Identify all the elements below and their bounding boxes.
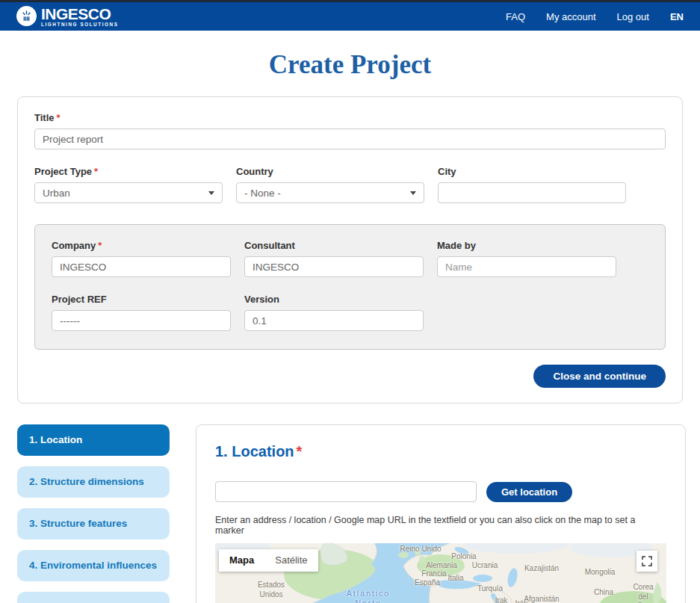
country-label: Country	[236, 166, 424, 177]
fullscreen-button[interactable]	[636, 551, 657, 572]
fullscreen-icon	[642, 556, 652, 566]
navbar-link-my-account[interactable]: My account	[546, 11, 595, 22]
navbar-link-faq[interactable]: FAQ	[506, 11, 525, 22]
get-location-button[interactable]: Get location	[486, 482, 572, 502]
version-label: Version	[244, 294, 424, 305]
city-input[interactable]	[438, 182, 626, 203]
required-asterisk: *	[94, 166, 98, 177]
made-by-label: Made by	[437, 240, 616, 251]
sidebar-step-2[interactable]: 2. Structure dimensions	[17, 466, 170, 498]
sidebar-step-3[interactable]: 3. Structure features	[17, 508, 170, 539]
top-navbar: INGESCO LIGHTNING SOLUTIONS FAQMy accoun…	[0, 0, 700, 31]
navbar-links: FAQMy accountLog outEN	[506, 11, 684, 22]
ingesco-logo-icon	[16, 6, 37, 26]
brand-tagline: LIGHTNING SOLUTIONS	[41, 22, 119, 27]
location-heading: 1. Location*	[215, 443, 666, 460]
project-form-card: Title* Project Type* Urban Country - Non…	[17, 96, 683, 403]
made-by-input[interactable]	[437, 256, 616, 277]
city-label: City	[438, 166, 626, 177]
sidebar-step-4[interactable]: 4. Enviromental influences	[17, 550, 170, 581]
close-and-continue-button[interactable]: Close and continue	[533, 365, 666, 388]
dropdown-caret-icon	[208, 191, 214, 195]
page-title: Create Project	[0, 50, 700, 80]
step-sidebar: 1. Location2. Structure dimensions3. Str…	[17, 424, 170, 603]
project-type-label: Project Type*	[34, 166, 223, 177]
map-type-control: Mapa Satélite	[219, 549, 318, 572]
title-input[interactable]	[34, 129, 666, 149]
required-asterisk: *	[297, 443, 303, 460]
project-ref-label: Project REF	[52, 294, 231, 305]
navbar-link-log-out[interactable]: Log out	[617, 11, 649, 22]
location-panel: 1. Location* Get location Enter an addre…	[196, 424, 686, 603]
project-type-select[interactable]: Urban	[34, 182, 223, 203]
title-label: Title*	[34, 112, 666, 123]
required-asterisk: *	[98, 240, 102, 251]
location-search-input[interactable]	[215, 481, 477, 502]
map-view-button[interactable]: Mapa	[219, 549, 264, 572]
consultant-label: Consultant	[244, 240, 424, 251]
version-input[interactable]	[244, 310, 424, 331]
project-ref-input[interactable]	[52, 310, 231, 331]
brand-name: INGESCO	[41, 6, 119, 22]
google-map[interactable]: Estados UnidosAtlántico NorteReino Unido…	[215, 543, 666, 603]
sidebar-step-1[interactable]: 1. Location	[17, 424, 170, 456]
consultant-input[interactable]	[244, 256, 424, 277]
location-instruction: Enter an address / location / Google map…	[215, 515, 666, 536]
required-asterisk: *	[57, 112, 61, 123]
ingesco-logo[interactable]: INGESCO LIGHTNING SOLUTIONS	[16, 6, 119, 27]
company-details-panel: Company* Consultant Made by Project REF …	[34, 224, 666, 350]
country-select[interactable]: - None -	[236, 182, 424, 203]
dropdown-caret-icon	[410, 191, 416, 195]
company-input[interactable]	[52, 256, 231, 277]
sidebar-step-5[interactable]	[17, 592, 170, 603]
company-label: Company*	[52, 240, 231, 251]
satellite-view-button[interactable]: Satélite	[264, 549, 318, 572]
navbar-link-en[interactable]: EN	[670, 11, 684, 22]
